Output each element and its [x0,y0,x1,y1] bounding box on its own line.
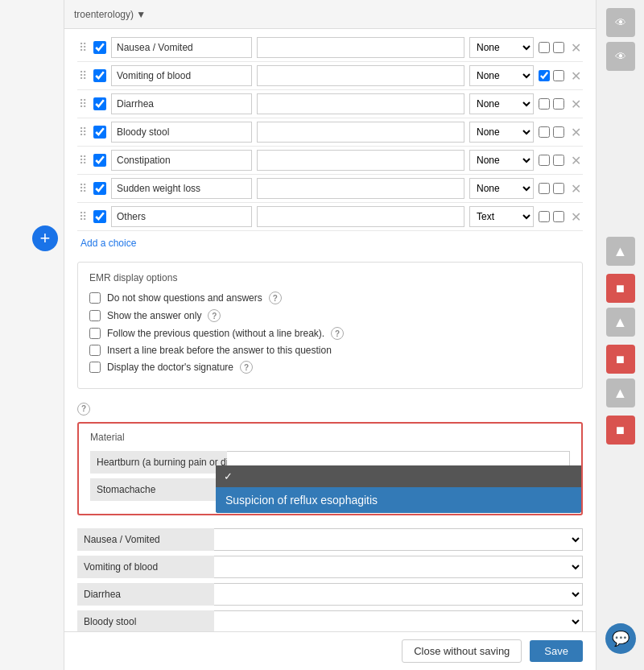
material-section: Material Heartburn (a burning pain or di… [77,422,583,515]
material-title: Material [90,432,570,443]
drag-handle-icon[interactable]: ⠿ [77,182,89,195]
delete-icon[interactable]: ✕ [569,97,583,112]
delete-icon[interactable]: ✕ [569,181,583,196]
row-checkbox-constipation[interactable] [93,154,106,167]
row-checkbox-diarrhea[interactable] [93,97,106,110]
none-select[interactable]: NoneText [469,93,534,114]
check1[interactable] [539,126,550,138]
delete-icon[interactable]: ✕ [569,209,583,225]
delete-icon[interactable]: ✕ [569,125,583,140]
emr-check-4[interactable] [89,345,101,356]
symptom-note-input-others[interactable] [257,206,464,227]
none-select[interactable]: NoneText [469,37,534,58]
symptom-name-input[interactable] [111,93,252,114]
drag-handle-icon[interactable]: ⠿ [77,210,89,223]
row-checkbox-bloody[interactable] [93,126,106,139]
emr-title: EMR display options [89,272,571,283]
emr-check-5[interactable] [89,362,101,373]
lower-select[interactable] [214,556,583,578]
symptom-name-input[interactable] [111,178,252,199]
symptom-note-input[interactable] [257,65,464,86]
check2[interactable] [553,42,564,53]
dropdown-check-item[interactable]: ✓ [216,465,581,487]
symptom-name-input[interactable] [111,150,252,171]
delete-icon[interactable]: ✕ [569,68,583,84]
check1[interactable] [539,155,550,166]
none-select[interactable]: NoneText [469,122,534,143]
section-help-icon[interactable]: ? [77,403,90,416]
row-checkbox-others[interactable] [93,210,106,223]
none-select[interactable]: NoneText [469,178,534,199]
check2[interactable] [553,126,564,138]
symptom-name-input[interactable] [111,37,252,58]
eye-off2-icon-btn[interactable]: 👁 [606,42,635,71]
emr-option-label: Follow the previous question (without a … [107,328,324,339]
emr-option: Do not show questions and answers ? [89,292,571,304]
check2[interactable] [553,98,564,110]
lower-select[interactable] [214,528,583,551]
check1[interactable] [539,211,550,222]
check2[interactable] [553,155,564,166]
red-btn-2[interactable]: ■ [606,345,635,374]
drag-handle-icon[interactable]: ⠿ [77,97,89,110]
type-select-others[interactable]: TextNone [469,206,534,227]
delete-icon[interactable]: ✕ [569,153,583,168]
lower-select[interactable] [214,610,583,633]
row-check-group [539,126,564,138]
help-icon[interactable]: ? [208,309,221,322]
help-icon[interactable]: ? [269,292,282,304]
up-arrow-btn[interactable]: ▲ [606,237,635,266]
lower-label: Diarrhea [77,583,214,606]
emr-option-label: Insert a line break before the answer to… [107,345,332,356]
emr-check-3[interactable] [89,328,101,339]
check1[interactable] [539,70,550,81]
check2[interactable] [553,183,564,194]
check1[interactable] [539,42,550,53]
save-button[interactable]: Save [530,640,583,662]
row-checkbox-nausea[interactable] [93,41,106,54]
emr-option-label: Show the answer only [107,310,201,321]
lower-symptom-row: Diarrhea [77,583,583,606]
chat-button[interactable]: 💬 [605,623,636,654]
eye-off-icon-btn[interactable]: 👁 [606,8,635,37]
up-arrow-btn-3[interactable]: ▲ [606,378,635,407]
none-select[interactable]: NoneText [469,150,534,171]
drag-handle-icon[interactable]: ⠿ [77,41,89,54]
add-choice-link[interactable]: Add a choice [80,238,136,249]
symptom-note-input[interactable] [257,122,464,143]
emr-option: Insert a line break before the answer to… [89,345,571,356]
symptom-row: ⠿ NoneText ✕ [77,147,583,175]
symptom-note-input[interactable] [257,93,464,114]
row-checkbox-weight[interactable] [93,182,106,195]
row-check-group [539,211,564,222]
symptom-note-input[interactable] [257,178,464,199]
drag-handle-icon[interactable]: ⠿ [77,154,89,167]
symptom-note-input[interactable] [257,37,464,58]
symptom-note-input[interactable] [257,150,464,171]
up-arrow-btn-2[interactable]: ▲ [606,308,635,337]
row-checkbox-vomiting[interactable] [93,69,106,82]
check1[interactable] [539,98,550,110]
check2[interactable] [553,70,564,81]
help-icon[interactable]: ? [240,361,253,374]
none-select[interactable]: NoneText [469,65,534,86]
check2[interactable] [553,211,564,222]
emr-option-label: Do not show questions and answers [107,292,262,304]
symptom-name-input-others[interactable] [111,206,252,227]
emr-check-1[interactable] [89,292,101,304]
drag-handle-icon[interactable]: ⠿ [77,69,89,82]
close-without-saving-button[interactable]: Close without saving [402,639,522,663]
top-bar: troenterology) ▼ [64,0,596,29]
delete-icon[interactable]: ✕ [569,40,583,56]
add-item-button[interactable]: + [32,225,58,251]
red-btn-1[interactable]: ■ [606,274,635,303]
red-btn-3[interactable]: ■ [606,416,635,445]
dropdown-selected-item[interactable]: Suspicion of reflux esophagitis [216,487,581,513]
symptom-name-input[interactable] [111,65,252,86]
drag-handle-icon[interactable]: ⠿ [77,126,89,139]
check1[interactable] [539,183,550,194]
lower-select[interactable] [214,583,583,606]
emr-check-2[interactable] [89,310,101,321]
symptom-name-input[interactable] [111,122,252,143]
help-icon[interactable]: ? [331,327,344,340]
